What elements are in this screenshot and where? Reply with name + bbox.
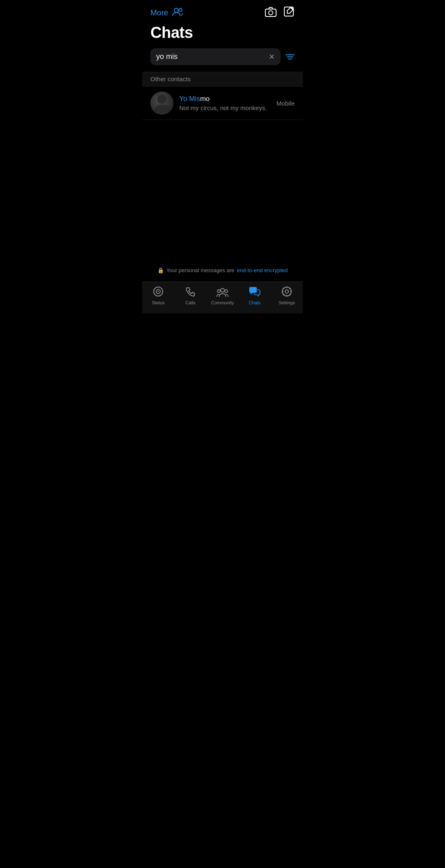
nav-item-settings[interactable]: Settings <box>271 286 303 305</box>
camera-icon[interactable] <box>265 7 276 19</box>
community-icon <box>216 286 229 299</box>
avatar <box>150 92 173 115</box>
calls-icon <box>185 286 196 299</box>
encryption-link[interactable]: end-to-end encrypted <box>237 267 288 273</box>
encryption-notice: 🔒 Your personal messages are end-to-end … <box>142 259 303 282</box>
filter-icon[interactable] <box>286 54 295 59</box>
search-container: ✕ <box>142 48 303 72</box>
nav-item-status[interactable]: Status <box>142 286 174 305</box>
bottom-nav: Status Calls Community <box>142 282 303 313</box>
settings-icon <box>281 286 292 299</box>
other-contacts-label: Other contacts <box>150 75 191 82</box>
contact-info: Yo Mismo Not my circus, not my monkeys. <box>179 95 271 111</box>
nav-item-calls[interactable]: Calls <box>174 286 206 305</box>
compose-icon[interactable] <box>284 7 295 19</box>
contact-list: Yo Mismo Not my circus, not my monkeys. … <box>142 87 303 259</box>
svg-point-3 <box>269 11 273 15</box>
chats-icon <box>249 286 260 299</box>
nav-item-chats[interactable]: Chats <box>239 286 271 305</box>
contact-name-highlight: Yo Mis <box>179 95 200 103</box>
svg-point-9 <box>218 290 220 293</box>
status-icon <box>153 286 164 299</box>
nav-label-settings: Settings <box>279 300 295 305</box>
contact-label: Mobile <box>276 100 295 107</box>
header-right <box>265 7 295 19</box>
header: More <box>142 0 303 22</box>
svg-point-10 <box>225 290 228 293</box>
nav-label-status: Status <box>152 300 164 305</box>
search-input-wrapper[interactable]: ✕ <box>150 48 281 65</box>
search-input[interactable] <box>156 52 265 61</box>
page-title-section: Chats <box>142 22 303 48</box>
svg-point-11 <box>285 290 288 293</box>
header-left: More <box>150 7 183 19</box>
more-button[interactable]: More <box>150 8 168 17</box>
svg-point-12 <box>282 287 291 296</box>
contact-name-normal: mo <box>200 95 210 103</box>
nav-item-community[interactable]: Community <box>206 286 239 305</box>
lock-icon: 🔒 <box>157 267 164 273</box>
search-clear-button[interactable]: ✕ <box>269 53 275 61</box>
nav-label-calls: Calls <box>185 300 195 305</box>
nav-label-chats: Chats <box>249 300 261 305</box>
svg-point-7 <box>158 291 159 292</box>
contacts-icon[interactable] <box>172 7 183 19</box>
encryption-prefix: Your personal messages are <box>166 267 234 273</box>
table-row[interactable]: Yo Mismo Not my circus, not my monkeys. … <box>142 87 303 120</box>
svg-rect-2 <box>265 9 276 16</box>
svg-point-1 <box>179 9 182 12</box>
other-contacts-section-header: Other contacts <box>142 72 303 87</box>
page-title: Chats <box>150 24 295 42</box>
contact-status: Not my circus, not my monkeys. <box>179 104 271 111</box>
contact-name: Yo Mismo <box>179 95 271 103</box>
nav-label-community: Community <box>211 300 234 305</box>
svg-point-8 <box>221 289 225 292</box>
svg-point-0 <box>174 8 178 12</box>
